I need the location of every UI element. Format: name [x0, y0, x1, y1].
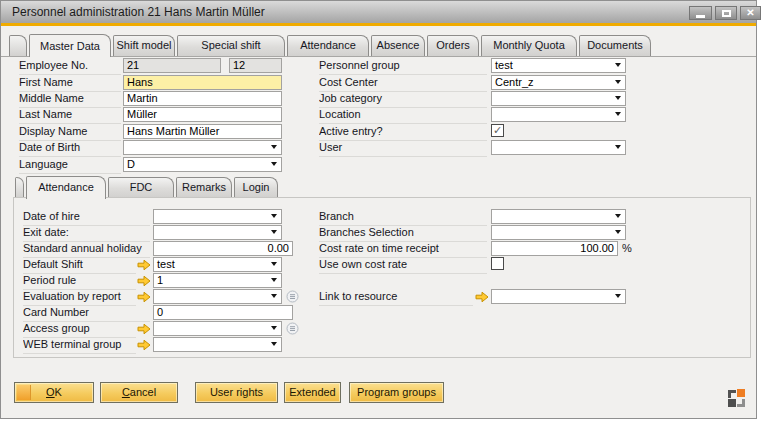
user-select[interactable] — [491, 140, 626, 155]
employee-no-field-2[interactable]: 12 — [229, 58, 282, 73]
branches-selection-label: Branches Selection — [319, 225, 487, 242]
location-label: Location — [319, 107, 487, 124]
checkmark-icon: ✓ — [492, 125, 503, 136]
minimize-button[interactable] — [689, 6, 712, 20]
close-icon: ✕ — [746, 8, 754, 18]
branch-select[interactable] — [491, 209, 626, 224]
cost-center-select[interactable]: Centr_z — [491, 75, 626, 90]
access-group-label: Access group — [23, 321, 136, 338]
link-arrow-icon[interactable] — [137, 323, 151, 335]
link-arrow-icon[interactable] — [137, 275, 151, 287]
dropdown-arrow-icon — [271, 230, 277, 234]
dropdown-arrow-icon — [271, 278, 277, 282]
cancel-button[interactable]: Cancel — [100, 382, 178, 403]
tab-special-shift[interactable]: Special shift — [177, 35, 285, 56]
first-name-label: First Name — [19, 75, 121, 92]
program-groups-button[interactable]: Program groups — [349, 382, 444, 403]
tab-documents[interactable]: Documents — [579, 35, 651, 56]
list-circle-icon[interactable] — [286, 290, 299, 303]
tab-stub — [9, 35, 27, 56]
tab-absence[interactable]: Absence — [371, 35, 425, 56]
link-arrow-icon[interactable] — [137, 339, 151, 351]
sub-tabstrip: Attendance FDC Remarks Login — [15, 177, 278, 201]
dropdown-arrow-icon — [615, 63, 621, 67]
link-to-resource-select[interactable] — [491, 289, 626, 304]
default-shift-label: Default Shift — [23, 257, 136, 274]
location-select[interactable] — [491, 107, 626, 122]
standard-annual-holiday-input[interactable]: 0.00 — [153, 241, 293, 256]
dropdown-arrow-icon — [615, 96, 621, 100]
dropdown-arrow-icon — [615, 80, 621, 84]
dropdown-arrow-icon — [271, 145, 277, 149]
tab-monthly-quota[interactable]: Monthly Quota — [481, 35, 577, 56]
tab-shift-model[interactable]: Shift model — [113, 35, 175, 56]
list-circle-icon[interactable] — [286, 322, 299, 335]
subtab-remarks[interactable]: Remarks — [176, 177, 232, 197]
employee-no-label: Employee No. — [19, 58, 121, 75]
card-number-label: Card Number — [23, 305, 150, 322]
extended-button[interactable]: Extended — [284, 382, 341, 403]
default-shift-select[interactable]: test — [153, 257, 282, 272]
active-entry-checkbox[interactable]: ✓ — [491, 124, 504, 137]
personnel-group-label: Personnel group — [319, 58, 487, 75]
standard-annual-holiday-label: Standard annual holiday — [23, 241, 150, 258]
minimize-icon — [696, 15, 705, 18]
dropdown-arrow-icon — [271, 262, 277, 266]
user-label: User — [319, 140, 487, 157]
card-number-input[interactable]: 0 — [153, 305, 293, 320]
percent-label: % — [622, 241, 632, 256]
employee-no-field-1[interactable]: 21 — [123, 58, 221, 73]
link-to-resource-label: Link to resource — [319, 289, 473, 306]
exit-date-select[interactable] — [153, 225, 282, 240]
display-name-label: Display Name — [19, 124, 121, 141]
titlebar: Personnel administration 21 Hans Martin … — [1, 1, 756, 23]
dropdown-arrow-icon — [271, 294, 277, 298]
period-rule-label: Period rule — [23, 273, 136, 290]
dropdown-arrow-icon — [271, 214, 277, 218]
access-group-select[interactable] — [153, 321, 282, 336]
job-category-label: Job category — [319, 91, 487, 108]
maximize-button[interactable] — [715, 6, 737, 20]
tab-master-data[interactable]: Master Data — [29, 34, 111, 57]
user-rights-button[interactable]: User rights — [195, 382, 278, 403]
personnel-administration-window: Personnel administration 21 Hans Martin … — [0, 0, 757, 419]
language-select[interactable]: D — [123, 157, 282, 172]
resize-grip-icon[interactable] — [728, 389, 746, 407]
evaluation-by-report-select[interactable] — [153, 289, 282, 304]
web-terminal-group-select[interactable] — [153, 337, 282, 352]
first-name-input[interactable]: Hans — [123, 75, 282, 90]
ok-button[interactable]: OK — [14, 382, 94, 403]
subtab-stub — [15, 177, 24, 197]
subtab-login[interactable]: Login — [234, 177, 278, 197]
dropdown-arrow-icon — [271, 162, 277, 166]
cost-rate-input[interactable]: 100.00 — [491, 241, 618, 256]
use-own-cost-rate-checkbox[interactable] — [491, 257, 504, 270]
link-arrow-icon[interactable] — [475, 291, 489, 303]
period-rule-select[interactable]: 1 — [153, 273, 282, 288]
dropdown-arrow-icon — [271, 342, 277, 346]
link-arrow-icon[interactable] — [137, 259, 151, 271]
date-of-hire-select[interactable] — [153, 209, 282, 224]
dropdown-arrow-icon — [615, 112, 621, 116]
tab-attendance[interactable]: Attendance — [287, 35, 369, 56]
cost-rate-label: Cost rate on time receipt — [319, 241, 487, 258]
subtab-attendance[interactable]: Attendance — [26, 176, 106, 199]
active-entry-label: Active entry? — [319, 124, 487, 141]
job-category-select[interactable] — [491, 91, 626, 106]
close-button[interactable]: ✕ — [740, 6, 761, 20]
last-name-input[interactable]: Müller — [123, 107, 282, 122]
middle-name-input[interactable]: Martin — [123, 91, 282, 106]
display-name-input[interactable]: Hans Martin Müller — [123, 124, 282, 139]
branches-selection-select[interactable] — [491, 225, 626, 240]
use-own-cost-rate-label: Use own cost rate — [319, 257, 487, 274]
tab-orders[interactable]: Orders — [427, 35, 479, 56]
subtab-fdc[interactable]: FDC — [108, 177, 174, 197]
link-arrow-icon[interactable] — [137, 291, 151, 303]
dropdown-arrow-icon — [271, 326, 277, 330]
personnel-group-select[interactable]: test — [491, 58, 626, 73]
dropdown-arrow-icon — [615, 294, 621, 298]
date-of-birth-select[interactable] — [123, 140, 282, 155]
dropdown-arrow-icon — [615, 214, 621, 218]
accent-line — [1, 23, 756, 26]
default-button-marker — [17, 385, 31, 400]
